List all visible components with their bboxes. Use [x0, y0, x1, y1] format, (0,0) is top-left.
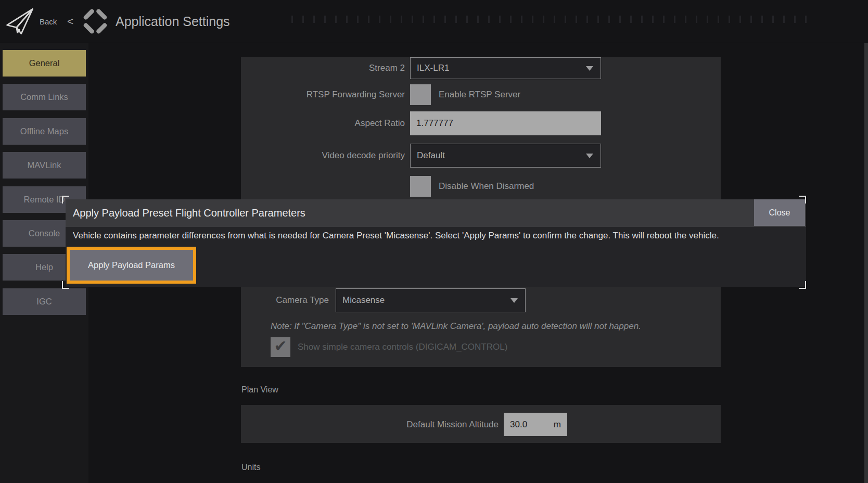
sidebar-item-mavlink[interactable]: MAVLink: [3, 152, 86, 179]
vertical-scrollbar[interactable]: [864, 43, 868, 483]
top-bar: Back < Application Settings: [0, 0, 868, 43]
video-decode-dropdown[interactable]: Default: [410, 144, 601, 168]
chevron-down-icon: [586, 66, 593, 71]
dialog-message: Vehicle contains parameter differences f…: [73, 231, 801, 241]
vehicle-icon: [81, 7, 110, 36]
dialog-corner-mark-top-right: [799, 196, 806, 204]
apply-button-highlight-ring: Apply Payload Params: [67, 247, 196, 284]
paper-plane-logo-icon[interactable]: [5, 5, 35, 37]
dialog-corner-mark-bottom-left: [62, 281, 69, 289]
default-mission-altitude-field[interactable]: 30.0 m: [504, 413, 567, 436]
video-decode-value: Default: [417, 150, 445, 161]
chevron-down-icon: [510, 298, 518, 303]
apply-payload-preset-dialog: Apply Payload Preset Flight Controller P…: [66, 199, 806, 287]
rtsp-checkbox-label: Enable RTSP Server: [439, 84, 520, 105]
topbar-tick-pattern: [291, 16, 807, 23]
close-button[interactable]: Close: [754, 199, 805, 226]
apply-payload-params-button[interactable]: Apply Payload Params: [70, 250, 193, 281]
chevron-down-icon: [586, 154, 593, 158]
sidebar-item-offline-maps[interactable]: Offline Maps: [3, 118, 86, 145]
units-heading: Units: [241, 463, 260, 472]
camera-type-dropdown[interactable]: Micasense: [336, 288, 526, 312]
sidebar-item-comm-links[interactable]: Comm Links: [3, 84, 86, 110]
sidebar-item-general[interactable]: General: [3, 50, 86, 77]
disable-when-disarmed-checkbox[interactable]: [410, 176, 431, 197]
back-button[interactable]: Back: [40, 0, 57, 43]
video-decode-label: Video decode priority: [249, 144, 405, 168]
page-title: Application Settings: [116, 0, 230, 43]
aspect-ratio-field[interactable]: 1.777777: [410, 111, 601, 135]
application-settings-screen: Back < Application Settings GeneralComm …: [0, 0, 868, 483]
simple-camera-controls-label: Show simple camera controls (DIGICAM_CON…: [298, 337, 507, 357]
aspect-ratio-label: Aspect Ratio: [249, 111, 405, 135]
camera-type-note: Note: If "Camera Type" is not set to 'MA…: [271, 321, 641, 332]
simple-camera-controls-checkbox[interactable]: ✔: [271, 337, 290, 357]
altitude-unit-label: m: [554, 413, 561, 436]
rtsp-label: RTSP Forwarding Server: [249, 84, 405, 105]
dialog-corner-mark-bottom-right: [799, 281, 806, 289]
dialog-title: Apply Payload Preset Flight Controller P…: [73, 199, 305, 227]
camera-type-value: Micasense: [342, 295, 385, 306]
default-mission-altitude-value: 30.0: [510, 420, 527, 430]
camera-type-label: Camera Type: [225, 288, 329, 312]
rtsp-checkbox[interactable]: [410, 84, 431, 105]
aspect-ratio-value: 1.777777: [416, 118, 453, 129]
dialog-title-bar: Apply Payload Preset Flight Controller P…: [66, 199, 806, 227]
checkmark-icon: ✔: [274, 337, 287, 354]
default-mission-altitude-label: Default Mission Altitude: [342, 413, 499, 436]
plan-view-heading: Plan View: [241, 385, 278, 395]
back-chevron-icon[interactable]: <: [67, 0, 73, 43]
sidebar-item-igc[interactable]: IGC: [3, 288, 86, 315]
disable-when-disarmed-label: Disable When Disarmed: [439, 176, 534, 197]
stream2-value: ILX-LR1: [417, 63, 449, 73]
dialog-corner-mark-top-left: [62, 196, 69, 204]
stream2-label: Stream 2: [249, 57, 405, 79]
stream2-dropdown[interactable]: ILX-LR1: [410, 57, 601, 79]
